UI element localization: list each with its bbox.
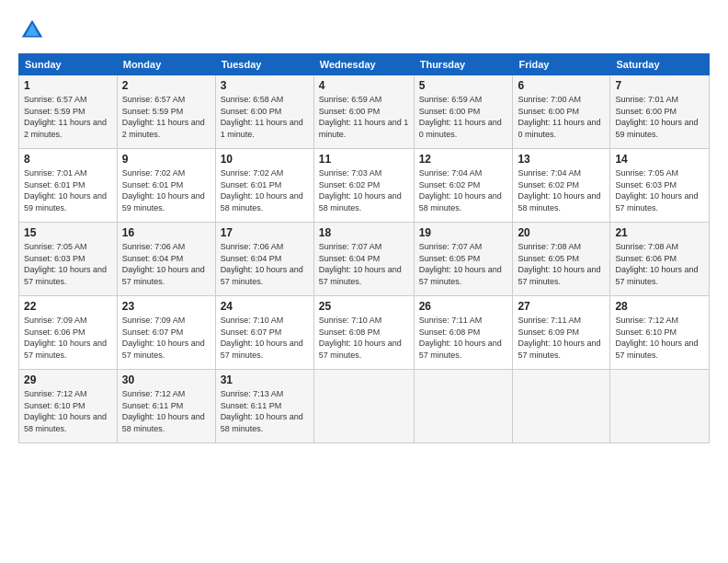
- day-header-thursday: Thursday: [414, 54, 513, 75]
- day-number: 19: [419, 226, 508, 239]
- day-number: 2: [122, 79, 210, 92]
- day-header-saturday: Saturday: [610, 54, 710, 75]
- day-info: Sunrise: 7:11 AMSunset: 6:09 PMDaylight:…: [518, 316, 600, 360]
- calendar-week-5: 29 Sunrise: 7:12 AMSunset: 6:10 PMDaylig…: [19, 370, 710, 443]
- day-info: Sunrise: 7:07 AMSunset: 6:05 PMDaylight:…: [419, 242, 502, 286]
- day-info: Sunrise: 7:05 AMSunset: 6:03 PMDaylight:…: [24, 242, 107, 286]
- calendar-cell: 16 Sunrise: 7:06 AMSunset: 6:04 PMDaylig…: [117, 223, 215, 296]
- calendar-cell: 29 Sunrise: 7:12 AMSunset: 6:10 PMDaylig…: [19, 370, 118, 443]
- day-number: 6: [518, 79, 605, 92]
- day-info: Sunrise: 7:09 AMSunset: 6:07 PMDaylight:…: [122, 316, 205, 360]
- day-info: Sunrise: 7:07 AMSunset: 6:04 PMDaylight:…: [319, 242, 402, 286]
- day-info: Sunrise: 7:03 AMSunset: 6:02 PMDaylight:…: [319, 168, 402, 213]
- calendar-cell: 10 Sunrise: 7:02 AMSunset: 6:01 PMDaylig…: [215, 149, 313, 223]
- calendar-cell: 3 Sunrise: 6:58 AMSunset: 6:00 PMDayligh…: [215, 75, 313, 149]
- day-number: 17: [221, 226, 309, 239]
- day-number: 21: [615, 226, 704, 239]
- calendar-cell: 24 Sunrise: 7:10 AMSunset: 6:07 PMDaylig…: [215, 296, 313, 370]
- calendar-cell: 17 Sunrise: 7:06 AMSunset: 6:04 PMDaylig…: [215, 223, 313, 296]
- calendar-cell: 27 Sunrise: 7:11 AMSunset: 6:09 PMDaylig…: [513, 296, 610, 370]
- calendar-cell: 22 Sunrise: 7:09 AMSunset: 6:06 PMDaylig…: [19, 296, 118, 370]
- day-number: 30: [122, 373, 210, 386]
- day-info: Sunrise: 7:13 AMSunset: 6:11 PMDaylight:…: [221, 389, 303, 433]
- calendar-cell: 11 Sunrise: 7:03 AMSunset: 6:02 PMDaylig…: [313, 149, 414, 223]
- day-number: 26: [419, 300, 508, 313]
- day-info: Sunrise: 7:12 AMSunset: 6:10 PMDaylight:…: [24, 389, 107, 433]
- calendar-cell: [313, 370, 414, 443]
- calendar-week-4: 22 Sunrise: 7:09 AMSunset: 6:06 PMDaylig…: [19, 296, 710, 370]
- day-info: Sunrise: 6:59 AMSunset: 6:00 PMDaylight:…: [319, 95, 409, 139]
- day-number: 27: [518, 300, 605, 313]
- calendar-cell: 2 Sunrise: 6:57 AMSunset: 5:59 PMDayligh…: [117, 75, 215, 149]
- calendar-cell: 14 Sunrise: 7:05 AMSunset: 6:03 PMDaylig…: [610, 149, 710, 223]
- calendar-cell: 6 Sunrise: 7:00 AMSunset: 6:00 PMDayligh…: [513, 75, 610, 149]
- day-info: Sunrise: 7:08 AMSunset: 6:06 PMDaylight:…: [615, 242, 698, 286]
- day-info: Sunrise: 7:02 AMSunset: 6:01 PMDaylight:…: [221, 168, 303, 213]
- calendar-cell: [610, 370, 710, 443]
- calendar-cell: 9 Sunrise: 7:02 AMSunset: 6:01 PMDayligh…: [117, 149, 215, 223]
- day-info: Sunrise: 6:57 AMSunset: 5:59 PMDaylight:…: [24, 95, 107, 139]
- calendar-cell: 15 Sunrise: 7:05 AMSunset: 6:03 PMDaylig…: [19, 223, 118, 296]
- day-number: 8: [24, 153, 112, 166]
- day-info: Sunrise: 7:06 AMSunset: 6:04 PMDaylight:…: [221, 242, 303, 286]
- day-info: Sunrise: 7:08 AMSunset: 6:05 PMDaylight:…: [518, 242, 600, 286]
- day-number: 24: [221, 300, 309, 313]
- calendar-cell: 1 Sunrise: 6:57 AMSunset: 5:59 PMDayligh…: [19, 75, 118, 149]
- day-number: 5: [419, 79, 508, 92]
- day-info: Sunrise: 7:10 AMSunset: 6:08 PMDaylight:…: [319, 316, 402, 360]
- calendar-cell: 31 Sunrise: 7:13 AMSunset: 6:11 PMDaylig…: [215, 370, 313, 443]
- day-header-wednesday: Wednesday: [313, 54, 414, 75]
- day-info: Sunrise: 7:04 AMSunset: 6:02 PMDaylight:…: [419, 168, 502, 213]
- day-header-friday: Friday: [513, 54, 610, 75]
- day-info: Sunrise: 7:05 AMSunset: 6:03 PMDaylight:…: [615, 168, 698, 213]
- day-number: 28: [615, 300, 704, 313]
- calendar-cell: 12 Sunrise: 7:04 AMSunset: 6:02 PMDaylig…: [414, 149, 513, 223]
- day-info: Sunrise: 7:11 AMSunset: 6:08 PMDaylight:…: [419, 316, 502, 360]
- calendar-cell: 20 Sunrise: 7:08 AMSunset: 6:05 PMDaylig…: [513, 223, 610, 296]
- calendar-cell: 8 Sunrise: 7:01 AMSunset: 6:01 PMDayligh…: [19, 149, 118, 223]
- calendar-cell: [513, 370, 610, 443]
- logo: [18, 17, 50, 44]
- calendar-cell: 19 Sunrise: 7:07 AMSunset: 6:05 PMDaylig…: [414, 223, 513, 296]
- calendar: SundayMondayTuesdayWednesdayThursdayFrid…: [18, 53, 710, 443]
- day-header-tuesday: Tuesday: [215, 54, 313, 75]
- calendar-cell: 25 Sunrise: 7:10 AMSunset: 6:08 PMDaylig…: [313, 296, 414, 370]
- calendar-cell: 13 Sunrise: 7:04 AMSunset: 6:02 PMDaylig…: [513, 149, 610, 223]
- calendar-cell: 26 Sunrise: 7:11 AMSunset: 6:08 PMDaylig…: [414, 296, 513, 370]
- day-info: Sunrise: 7:06 AMSunset: 6:04 PMDaylight:…: [122, 242, 205, 286]
- day-number: 10: [221, 153, 309, 166]
- day-number: 7: [615, 79, 704, 92]
- logo-icon: [18, 17, 46, 44]
- calendar-cell: 21 Sunrise: 7:08 AMSunset: 6:06 PMDaylig…: [610, 223, 710, 296]
- day-number: 9: [122, 153, 210, 166]
- calendar-cell: 18 Sunrise: 7:07 AMSunset: 6:04 PMDaylig…: [313, 223, 414, 296]
- day-number: 20: [518, 226, 605, 239]
- day-number: 25: [319, 300, 409, 313]
- day-number: 31: [221, 373, 309, 386]
- calendar-cell: [414, 370, 513, 443]
- day-number: 11: [319, 153, 409, 166]
- calendar-week-2: 8 Sunrise: 7:01 AMSunset: 6:01 PMDayligh…: [19, 149, 710, 223]
- day-number: 12: [419, 153, 508, 166]
- calendar-week-1: 1 Sunrise: 6:57 AMSunset: 5:59 PMDayligh…: [19, 75, 710, 149]
- day-info: Sunrise: 7:09 AMSunset: 6:06 PMDaylight:…: [24, 316, 107, 360]
- day-info: Sunrise: 6:57 AMSunset: 5:59 PMDaylight:…: [122, 95, 205, 139]
- day-info: Sunrise: 7:01 AMSunset: 6:00 PMDaylight:…: [615, 95, 698, 139]
- day-info: Sunrise: 7:01 AMSunset: 6:01 PMDaylight:…: [24, 168, 107, 213]
- page: SundayMondayTuesdayWednesdayThursdayFrid…: [0, 0, 728, 563]
- day-number: 16: [122, 226, 210, 239]
- day-info: Sunrise: 7:12 AMSunset: 6:10 PMDaylight:…: [615, 316, 698, 360]
- calendar-cell: 5 Sunrise: 6:59 AMSunset: 6:00 PMDayligh…: [414, 75, 513, 149]
- day-number: 13: [518, 153, 605, 166]
- day-header-monday: Monday: [117, 54, 215, 75]
- calendar-cell: 28 Sunrise: 7:12 AMSunset: 6:10 PMDaylig…: [610, 296, 710, 370]
- day-number: 1: [24, 79, 112, 92]
- day-number: 15: [24, 226, 112, 239]
- day-number: 4: [319, 79, 409, 92]
- header: [18, 17, 710, 44]
- day-info: Sunrise: 6:58 AMSunset: 6:00 PMDaylight:…: [221, 95, 303, 139]
- day-number: 29: [24, 373, 112, 386]
- calendar-header-row: SundayMondayTuesdayWednesdayThursdayFrid…: [19, 54, 710, 75]
- day-number: 18: [319, 226, 409, 239]
- day-info: Sunrise: 6:59 AMSunset: 6:00 PMDaylight:…: [419, 95, 502, 139]
